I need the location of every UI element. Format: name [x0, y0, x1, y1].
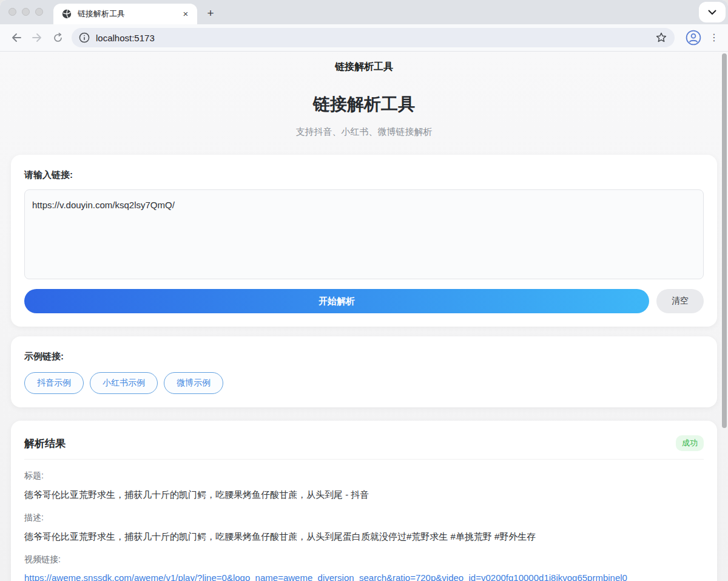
result-heading: 解析结果 [24, 437, 66, 450]
video-link[interactable]: https://aweme.snssdk.com/aweme/v1/play/?… [24, 573, 627, 581]
example-douyin-button[interactable]: 抖音示例 [24, 372, 84, 394]
back-arrow-icon [11, 33, 22, 42]
examples-card: 示例链接: 抖音示例 小红书示例 微博示例 [11, 336, 717, 407]
result-card: 解析结果 成功 标题: 德爷哥伦比亚荒野求生，捕获几十斤的凯门鳄，吃腰果烤鱼仔酸… [11, 421, 717, 581]
page-viewport: 链接解析工具 链接解析工具 支持抖音、小红书、微博链接解析 请输入链接: htt… [0, 52, 728, 581]
parse-button[interactable]: 开始解析 [24, 289, 649, 313]
browser-toolbar: localhost:5173 ⋮ [0, 24, 728, 52]
description-label: 描述: [24, 512, 704, 523]
divider [24, 459, 704, 460]
close-tab-icon[interactable]: × [180, 8, 191, 19]
result-header: 解析结果 成功 [24, 435, 704, 451]
hero-subtitle: 支持抖音、小红书、微博链接解析 [0, 126, 728, 138]
reload-button[interactable] [49, 29, 67, 47]
site-info-icon[interactable] [79, 32, 90, 43]
page-header: 链接解析工具 [0, 52, 728, 73]
back-button[interactable] [7, 29, 25, 47]
tab-title: 链接解析工具 [78, 8, 180, 19]
hero-section: 链接解析工具 支持抖音、小红书、微博链接解析 [0, 93, 728, 138]
url-text[interactable]: localhost:5173 [96, 33, 655, 43]
forward-button[interactable] [28, 29, 46, 47]
reload-icon [53, 33, 63, 43]
input-card: 请输入链接: https://v.douyin.com/ksq2lsy7QmQ/… [11, 155, 717, 327]
example-weibo-button[interactable]: 微博示例 [164, 372, 223, 394]
browser-window: 链接解析工具 × + localhost:5173 [0, 0, 728, 581]
examples-label: 示例链接: [24, 351, 704, 362]
traffic-lights [8, 8, 43, 16]
page-header-title: 链接解析工具 [0, 61, 728, 73]
maximize-window-button[interactable] [35, 8, 43, 16]
tab-bar: 链接解析工具 × + [0, 0, 728, 24]
description-value: 德爷哥伦比亚荒野求生，捕获几十斤的凯门鳄，吃腰果烤鱼仔酸甘蔗，从头到尾蛋白质就没… [24, 530, 704, 543]
tab-search-button[interactable] [699, 2, 726, 22]
link-input[interactable]: https://v.douyin.com/ksq2lsy7QmQ/ [24, 189, 704, 279]
video-link-label: 视频链接: [24, 554, 704, 565]
new-tab-button[interactable]: + [202, 5, 219, 22]
input-label: 请输入链接: [24, 169, 704, 181]
example-xiaohongshu-button[interactable]: 小红书示例 [90, 372, 158, 394]
page-scrollbar[interactable] [722, 53, 727, 428]
input-actions: 开始解析 清空 [24, 289, 704, 313]
title-value: 德爷哥伦比亚荒野求生，捕获几十斤的凯门鳄，吃腰果烤鱼仔酸甘蔗，从头到尾 - 抖音 [24, 488, 704, 501]
browser-tab[interactable]: 链接解析工具 × [53, 4, 197, 24]
address-bar[interactable]: localhost:5173 [72, 28, 675, 47]
forward-arrow-icon [32, 33, 42, 42]
globe-favicon-icon [62, 9, 72, 19]
clear-button[interactable]: 清空 [656, 289, 704, 313]
hero-title: 链接解析工具 [0, 93, 728, 116]
profile-avatar-icon[interactable] [686, 30, 701, 46]
title-label: 标题: [24, 471, 704, 481]
example-buttons: 抖音示例 小红书示例 微博示例 [24, 372, 704, 394]
close-window-button[interactable] [8, 8, 16, 16]
minimize-window-button[interactable] [22, 8, 30, 16]
bookmark-star-icon[interactable] [655, 32, 667, 44]
status-badge: 成功 [676, 435, 704, 451]
chevron-down-icon [708, 10, 716, 15]
browser-menu-icon[interactable]: ⋮ [707, 36, 721, 39]
